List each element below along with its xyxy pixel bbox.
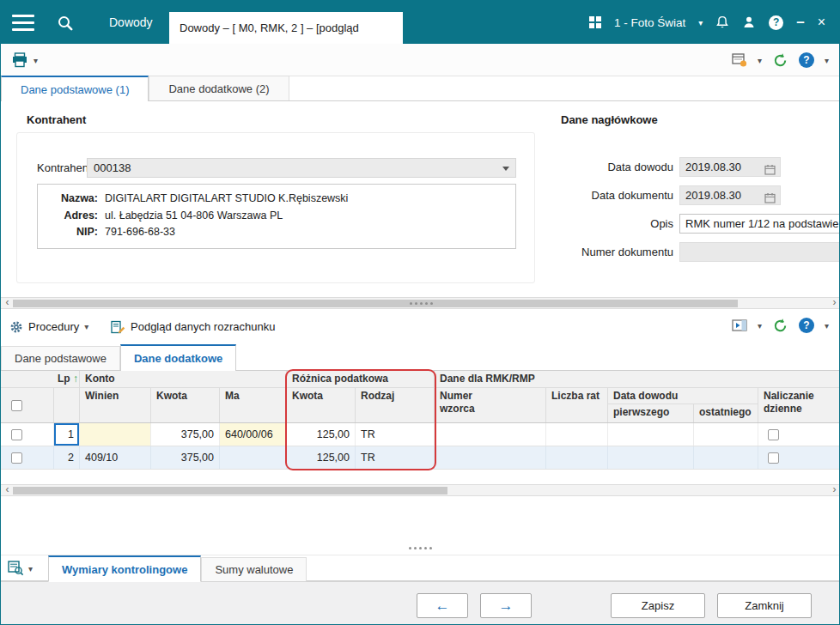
scrollbar-thumb[interactable]: [13, 487, 447, 495]
refresh-icon[interactable]: [772, 318, 788, 334]
group-header-dane-rmk[interactable]: Dane dla RMK/RMP: [435, 371, 840, 388]
close-button[interactable]: Zamknij: [717, 593, 812, 618]
combobox-chevron-icon: [502, 167, 509, 171]
organize-view-chevron-icon[interactable]: ▾: [758, 56, 762, 65]
data-dokumentu-field[interactable]: 2019.08.30: [679, 185, 781, 205]
cell-winien[interactable]: [80, 423, 151, 446]
podglad-rozrachunku-button[interactable]: Podgląd danych rozrachunku: [111, 309, 275, 344]
numer-dokumentu-field[interactable]: [679, 242, 840, 262]
row-select-checkbox[interactable]: [11, 452, 22, 464]
cell-lp[interactable]: 1: [54, 423, 80, 446]
report-magnifier-icon[interactable]: [8, 561, 24, 576]
cell-data-ostatniego[interactable]: [694, 446, 758, 469]
cell-winien[interactable]: 409/10: [80, 446, 151, 469]
app-tab-dowody[interactable]: Dowody: [97, 1, 165, 44]
calendar-icon[interactable]: [764, 162, 776, 177]
search-icon[interactable]: [51, 12, 80, 34]
help-circle-icon[interactable]: ?: [799, 318, 814, 333]
dock-panel-chevron-icon[interactable]: ▾: [758, 321, 762, 331]
col-header-ma[interactable]: Ma: [220, 388, 287, 422]
splitter-handle[interactable]: [1, 298, 840, 309]
naliczanie-checkbox[interactable]: [768, 429, 779, 440]
adres-value: ul. Łabędzia 51 04-806 Warszawa PL: [105, 209, 508, 225]
kontrahent-combobox[interactable]: 000138: [87, 158, 516, 178]
help-circle-icon[interactable]: ?: [799, 52, 814, 68]
table-row-1[interactable]: 1 375,00 640/00/06 125,00 TR: [1, 423, 840, 446]
refresh-icon[interactable]: [772, 52, 788, 69]
calendar-icon[interactable]: [764, 191, 776, 205]
cell-numer-wzorca[interactable]: [435, 423, 546, 446]
data-dowodu-field[interactable]: 2019.08.30: [679, 157, 781, 177]
cell-rodzaj[interactable]: TR: [356, 446, 435, 469]
print-chevron-icon[interactable]: ▾: [33, 56, 38, 65]
company-chevron-icon[interactable]: ▾: [698, 18, 703, 27]
next-record-button[interactable]: →: [480, 593, 532, 618]
cell-kwota-podatkowa[interactable]: 125,00: [287, 423, 356, 446]
minimize-icon[interactable]: –: [796, 14, 804, 31]
col-header-data-dowodu[interactable]: Data dowodu: [608, 388, 758, 404]
cell-lp[interactable]: 2: [54, 446, 80, 469]
scroll-left-icon[interactable]: ‹: [2, 485, 13, 495]
cell-numer-wzorca[interactable]: [435, 446, 546, 469]
horizontal-scrollbar-top: ‹ ›: [1, 297, 840, 309]
active-window-tab[interactable]: Dowody – [ M0, RMK, 2 ] – [podgląd: [169, 12, 403, 44]
notifications-bell-icon[interactable]: [715, 15, 729, 30]
opis-field[interactable]: RMK numer 1/12 na podstawie: [679, 214, 840, 234]
splitter-handle[interactable]: [1, 547, 839, 549]
group-header-konto[interactable]: Konto: [80, 371, 287, 388]
row-select-cell: [1, 446, 32, 469]
cell-data-pierwszego[interactable]: [608, 446, 694, 469]
col-header-winien[interactable]: Winien: [80, 388, 151, 422]
cell-liczba-rat[interactable]: [546, 446, 608, 469]
help-chevron-icon[interactable]: ▾: [825, 56, 829, 65]
cell-kwota[interactable]: 375,00: [151, 446, 220, 469]
print-icon[interactable]: [11, 52, 28, 68]
tab-dane-dodatkowe-2[interactable]: Dane dodatkowe (2): [149, 76, 289, 100]
naliczanie-checkbox[interactable]: [768, 452, 779, 464]
tab-sumy-walutowe[interactable]: Sumy walutowe: [201, 557, 307, 581]
prev-record-button[interactable]: ←: [417, 593, 468, 618]
col-header-kwota-podatkowa[interactable]: Kwota: [287, 388, 356, 422]
select-all-checkbox[interactable]: [11, 400, 22, 411]
positions-grid: Lp ↑ Konto Różnica podatkowa Dane dla RM…: [1, 371, 840, 470]
col-header-ostatniego[interactable]: ostatniego: [694, 404, 758, 422]
organize-view-icon[interactable]: [732, 53, 747, 67]
tab-dane-podstawowe-1[interactable]: Dane podstawowe (1): [1, 76, 149, 101]
close-icon[interactable]: ×: [818, 15, 825, 30]
titlebar: Dowody Dowody – [ M0, RMK, 2 ] – [podglą…: [1, 1, 839, 44]
help-chevron-icon[interactable]: ▾: [825, 321, 829, 331]
scroll-right-icon[interactable]: ›: [829, 485, 840, 495]
table-row-2[interactable]: 2 409/10 375,00 125,00 TR: [1, 446, 840, 470]
cell-data-ostatniego[interactable]: [694, 423, 758, 446]
col-header-rodzaj[interactable]: Rodzaj: [356, 388, 435, 422]
col-header-liczba-rat[interactable]: Liczba rat: [546, 388, 608, 422]
apps-grid-icon[interactable]: [589, 16, 601, 28]
nip-value: 791-696-68-33: [105, 225, 508, 241]
help-icon[interactable]: ?: [769, 15, 783, 30]
cell-liczba-rat[interactable]: [546, 423, 608, 446]
cell-kwota[interactable]: 375,00: [151, 423, 220, 446]
cell-rodzaj[interactable]: TR: [356, 423, 435, 446]
cell-data-pierwszego[interactable]: [608, 423, 694, 446]
row-select-checkbox[interactable]: [11, 429, 22, 440]
cell-ma[interactable]: 640/00/06: [220, 423, 287, 446]
col-header-naliczanie-dzienne[interactable]: Naliczanie dzienne: [758, 388, 840, 422]
procedury-button[interactable]: Procedury ▾: [9, 309, 88, 344]
col-header-numer-wzorca[interactable]: Numer wzorca: [435, 388, 546, 422]
cell-kwota-podatkowa[interactable]: 125,00: [287, 446, 356, 469]
dock-panel-icon[interactable]: [732, 319, 747, 331]
report-chevron-icon[interactable]: ▾: [28, 564, 33, 573]
group-header-roznica-podatkowa[interactable]: Różnica podatkowa: [287, 371, 435, 388]
cell-ma[interactable]: [220, 446, 287, 469]
col-header-kwota[interactable]: Kwota: [151, 388, 220, 422]
company-selector[interactable]: 1 - Foto Świat: [614, 16, 685, 29]
tab-dane-podstawowe[interactable]: Dane podstawowe: [1, 346, 120, 370]
tab-dane-dodatkowe[interactable]: Dane dodatkowe: [120, 344, 236, 371]
user-icon[interactable]: [742, 15, 756, 29]
col-header-lp[interactable]: Lp ↑: [54, 371, 80, 388]
col-header-pierwszego[interactable]: pierwszego: [608, 404, 694, 422]
tab-wymiary-kontrolingowe[interactable]: Wymiary kontrolingowe: [48, 555, 201, 582]
menu-icon[interactable]: [1, 1, 46, 44]
nazwa-label: Nazwa:: [45, 191, 98, 208]
save-button[interactable]: Zapisz: [611, 593, 705, 618]
